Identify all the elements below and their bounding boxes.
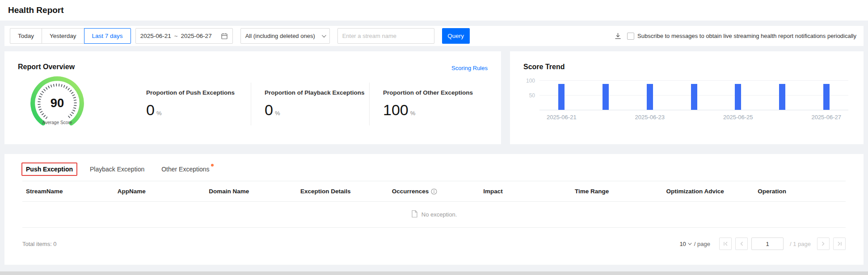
bar-column <box>760 81 805 110</box>
bar-column <box>539 81 584 110</box>
page-size-select[interactable]: 10 <box>679 241 690 247</box>
page-count-label: / 1 page <box>787 241 813 247</box>
current-page-input[interactable]: 1 <box>751 238 784 250</box>
tab-label: Other Exceptions <box>161 166 209 173</box>
report-overview-card: Report Overview Scoring Rules 90 Average… <box>4 51 501 144</box>
info-icon[interactable] <box>431 188 437 195</box>
y-tick-label: 50 <box>529 92 535 99</box>
col-optimization-advice: Optimization Advice <box>663 181 754 202</box>
col-impact: Impact <box>480 181 571 202</box>
range-yesterday-button[interactable]: Yesterday <box>42 28 84 44</box>
table-footer: Total items: 0 10 / page 1 / 1 page <box>22 238 846 250</box>
score-trend-title: Score Trend <box>523 63 850 71</box>
score-bar <box>735 84 741 110</box>
score-bar <box>647 84 653 110</box>
horizontal-scrollbar[interactable] <box>0 271 868 275</box>
bar-column <box>716 81 760 110</box>
date-end: 2025-06-27 <box>181 33 212 39</box>
score-trend-chart: 50100 <box>523 81 850 110</box>
document-icon <box>411 210 418 219</box>
score-trend-plot <box>539 81 848 110</box>
stat-number: 0 <box>146 101 155 119</box>
x-tick-label: 2025-06-27 <box>804 114 848 121</box>
stat-push-exceptions: Proportion of Push Exceptions 0 % <box>142 83 251 125</box>
score-bar <box>558 84 565 110</box>
date-separator: ~ <box>174 33 178 39</box>
tab-label: Playback Exception <box>90 166 144 173</box>
score-bar <box>779 84 785 110</box>
bar-column <box>628 81 672 110</box>
last-page-button[interactable] <box>833 238 846 250</box>
y-tick-label: 100 <box>526 78 535 84</box>
query-button[interactable]: Query <box>442 28 470 44</box>
score-trend-yaxis: 50100 <box>523 81 539 110</box>
date-range-picker[interactable]: 2025-06-21 ~ 2025-06-27 <box>135 28 233 44</box>
x-tick-label: 2025-06-21 <box>539 114 584 121</box>
tab-label: Push Exception <box>26 166 73 173</box>
stat-value: 0 % <box>265 101 369 119</box>
col-occurrences: Occurrences <box>388 181 480 202</box>
col-operation: Operation <box>754 181 846 202</box>
subscribe-checkbox[interactable] <box>627 33 634 40</box>
page-title: Health Report <box>8 5 64 15</box>
prev-page-button[interactable] <box>735 238 748 250</box>
score-trend-card: Score Trend 50100 2025-06-212025-06-2320… <box>510 51 864 144</box>
stat-value: 0 % <box>146 101 251 119</box>
stat-value: 100 % <box>383 101 488 119</box>
overview-body: 90 Average Score Proportion of Push Exce… <box>18 74 488 134</box>
toolbar-right: Subscribe to messages to obtain live str… <box>614 32 858 40</box>
x-tick-label <box>672 114 716 121</box>
table-header-row: StreamName AppName Domain Name Exception… <box>22 181 846 202</box>
stat-label: Proportion of Playback Exceptions <box>265 89 369 96</box>
exceptions-table: StreamName AppName Domain Name Exception… <box>22 181 846 228</box>
per-page-label: / page <box>694 241 710 247</box>
x-tick-label <box>584 114 628 121</box>
stream-type-select[interactable]: All (including deleted ones) <box>240 28 330 44</box>
filter-toolbar: Today Yesterday Last 7 days 2025-06-21 ~… <box>4 26 864 46</box>
chevron-down-icon <box>322 33 326 38</box>
page-header: Health Report <box>0 0 868 21</box>
gauge-score-label: Average Score <box>42 120 72 125</box>
score-trend-bars <box>539 81 848 110</box>
download-icon[interactable] <box>614 32 622 40</box>
total-items: Total items: 0 <box>22 241 57 247</box>
scoring-rules-link[interactable]: Scoring Rules <box>451 65 488 71</box>
new-badge-dot <box>211 164 214 167</box>
stat-label: Proportion of Other Exceptions <box>383 89 488 96</box>
empty-row: No exception. <box>22 202 846 228</box>
bar-column <box>584 81 628 110</box>
chevron-down-icon <box>688 241 691 245</box>
range-last7days-button[interactable]: Last 7 days <box>84 28 131 44</box>
next-page-button[interactable] <box>817 238 830 250</box>
col-app-name: AppName <box>114 181 206 202</box>
first-page-button[interactable] <box>719 238 732 250</box>
bar-column <box>804 81 848 110</box>
calendar-icon <box>221 33 228 40</box>
exceptions-card: Push Exception Playback Exception Other … <box>4 154 864 265</box>
range-today-button[interactable]: Today <box>10 28 42 44</box>
tab-push-exception[interactable]: Push Exception <box>26 166 73 173</box>
col-exception-details: Exception Details <box>297 181 388 202</box>
tab-other-exceptions[interactable]: Other Exceptions <box>161 166 209 173</box>
x-tick-label: 2025-06-25 <box>716 114 760 121</box>
report-overview-title: Report Overview <box>18 63 488 71</box>
gauge-score: 90 <box>51 96 64 110</box>
quick-range-group: Today Yesterday Last 7 days <box>10 28 131 44</box>
exception-tabs: Push Exception Playback Exception Other … <box>4 166 864 173</box>
stat-number: 0 <box>265 101 273 119</box>
average-score-gauge: 90 Average Score <box>18 74 142 134</box>
tab-playback-exception[interactable]: Playback Exception <box>90 166 144 173</box>
x-tick-label: 2025-06-23 <box>628 114 672 121</box>
stream-type-selected: All (including deleted ones) <box>245 33 315 39</box>
page-size-value: 10 <box>679 241 686 247</box>
col-time-range: Time Range <box>571 181 663 202</box>
date-start: 2025-06-21 <box>140 33 171 39</box>
stat-other-exceptions: Proportion of Other Exceptions 100 % <box>369 83 488 125</box>
col-domain-name: Domain Name <box>205 181 297 202</box>
score-bar <box>823 84 830 110</box>
stream-name-input[interactable] <box>337 28 434 44</box>
score-bar <box>603 84 609 110</box>
cards-row: Report Overview Scoring Rules 90 Average… <box>4 51 864 144</box>
stat-unit: % <box>156 110 162 117</box>
stat-label: Proportion of Push Exceptions <box>146 89 251 96</box>
